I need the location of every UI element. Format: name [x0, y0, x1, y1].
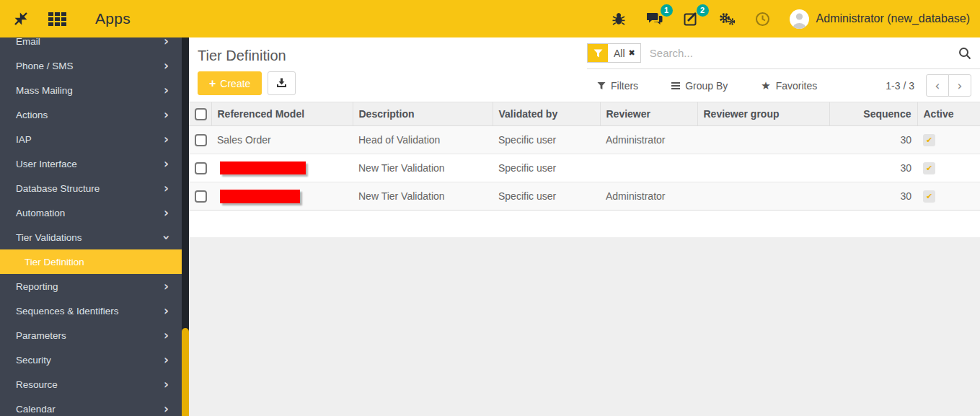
- cell-validated-by: Specific user: [493, 126, 600, 154]
- row-checkbox[interactable]: [195, 134, 207, 146]
- cell-reviewer: Administrator: [600, 182, 697, 211]
- tier-definition-table: Referenced Model Description Validated b…: [189, 102, 980, 211]
- sidebar-item-user-interface[interactable]: User Interface›: [0, 151, 182, 176]
- sidebar-item-database-structure[interactable]: Database Structure›: [0, 176, 182, 200]
- filter-funnel-icon: [588, 44, 608, 62]
- sidebar-item-parameters[interactable]: Parameters›: [0, 323, 182, 348]
- sidebar-item-resource[interactable]: Resource›: [0, 372, 182, 397]
- pager-range: 1-3 / 3: [886, 80, 914, 92]
- cell-reviewer: Administrator: [600, 126, 697, 154]
- sidebar-scrollbar-track[interactable]: [182, 37, 189, 416]
- cell-description: New Tier Validation: [353, 182, 493, 211]
- chevron-right-icon: ›: [164, 158, 169, 170]
- redacted-value: [220, 161, 306, 174]
- column-validated-by[interactable]: Validated by: [493, 102, 600, 126]
- cell-referenced-model: Sales Order: [211, 126, 353, 154]
- user-menu[interactable]: Administrator (new_database): [816, 12, 970, 25]
- recent-history-clock-icon[interactable]: [754, 9, 772, 28]
- cell-sequence: 30: [829, 182, 917, 211]
- search-facet[interactable]: All ✖: [587, 43, 641, 63]
- cell-description: New Tier Validation: [353, 154, 493, 182]
- pager-next-button[interactable]: ›: [948, 74, 971, 97]
- activities-badge: 2: [697, 4, 709, 17]
- settings-gears-icon[interactable]: [718, 9, 736, 28]
- cell-validated-by: Specific user: [493, 154, 600, 182]
- chevron-right-icon: ›: [164, 379, 169, 391]
- column-referenced-model[interactable]: Referenced Model: [211, 102, 353, 126]
- chevron-right-icon: ›: [164, 329, 169, 342]
- column-active[interactable]: Active: [917, 102, 980, 126]
- search-icon[interactable]: [958, 47, 971, 60]
- sidebar-item-tier-validations[interactable]: Tier Validations›: [0, 225, 182, 249]
- messages-icon[interactable]: 1: [645, 9, 664, 28]
- cell-sequence: 30: [829, 126, 917, 154]
- debug-bug-icon[interactable]: [609, 9, 628, 28]
- user-avatar[interactable]: [790, 9, 809, 29]
- sidebar-item-email[interactable]: Email›: [0, 37, 182, 53]
- cell-referenced-model: [211, 182, 353, 211]
- table-row[interactable]: New Tier Validation Specific user 30 ✔: [189, 154, 980, 182]
- sidebar-item-automation[interactable]: Automation›: [0, 200, 182, 225]
- cell-sequence: 30: [829, 154, 917, 182]
- sidebar-item-calendar[interactable]: Calendar›: [0, 397, 182, 416]
- chevron-right-icon: ›: [164, 354, 169, 366]
- apps-grid-icon[interactable]: [48, 9, 66, 28]
- plus-icon: +: [209, 77, 216, 90]
- cell-reviewer-group: [697, 154, 829, 182]
- messages-badge: 1: [661, 4, 673, 17]
- table-row[interactable]: Sales Order Head of Validation Specific …: [189, 126, 980, 154]
- page-title: Tier Definition: [198, 48, 587, 64]
- cell-reviewer: [600, 154, 697, 182]
- activities-icon[interactable]: 2: [681, 9, 700, 28]
- table-header-row: Referenced Model Description Validated b…: [189, 102, 980, 126]
- content-area: Tier Definition + Create: [189, 37, 980, 416]
- chevron-right-icon: ›: [164, 37, 169, 48]
- sidebar-item-security[interactable]: Security›: [0, 348, 182, 372]
- chevron-right-icon: ›: [164, 280, 169, 293]
- download-icon: [276, 78, 287, 89]
- column-sequence[interactable]: Sequence: [829, 102, 917, 126]
- sidebar-item-iap[interactable]: IAP›: [0, 127, 182, 151]
- sidebar-item-reporting[interactable]: Reporting›: [0, 274, 182, 298]
- table-empty-area: [189, 211, 980, 237]
- sidebar-item-tier-definition[interactable]: Tier Definition: [0, 249, 182, 274]
- column-reviewer[interactable]: Reviewer: [600, 102, 697, 126]
- star-icon: ★: [761, 79, 770, 92]
- row-checkbox[interactable]: [195, 162, 207, 174]
- pager-previous-button[interactable]: ‹: [926, 74, 949, 97]
- search-input[interactable]: [641, 47, 958, 59]
- sidebar-item-sequences-identifiers[interactable]: Sequences & Identifiers›: [0, 298, 182, 323]
- sidebar-item-mass-mailing[interactable]: Mass Mailing›: [0, 78, 182, 102]
- group-by-menu[interactable]: Group By: [671, 80, 728, 92]
- cell-reviewer-group: [697, 182, 829, 211]
- export-button[interactable]: [268, 71, 296, 95]
- column-reviewer-group[interactable]: Reviewer group: [697, 102, 829, 126]
- table-row[interactable]: New Tier Validation Specific user Admini…: [189, 182, 980, 211]
- chevron-right-icon: ›: [164, 109, 169, 121]
- filters-toolbar: Filters Group By ★ Favorites 1-3 / 3 ‹ ›: [587, 69, 980, 102]
- favorites-menu[interactable]: ★ Favorites: [761, 79, 817, 92]
- sidebar-scrollbar-thumb[interactable]: [182, 328, 189, 416]
- redacted-value: [220, 190, 300, 203]
- cell-referenced-model: [211, 154, 353, 182]
- control-panel: Tier Definition + Create: [189, 37, 980, 102]
- row-checkbox[interactable]: [195, 190, 207, 203]
- sidebar-item-phone-sms[interactable]: Phone / SMS›: [0, 53, 182, 78]
- search-bar: All ✖: [587, 37, 980, 69]
- chevron-right-icon: ›: [164, 207, 169, 219]
- cell-reviewer-group: [697, 126, 829, 154]
- column-description[interactable]: Description: [353, 102, 493, 126]
- facet-remove-icon[interactable]: ✖: [629, 48, 640, 58]
- chevron-right-icon: ›: [164, 182, 169, 195]
- filters-menu[interactable]: Filters: [597, 80, 638, 92]
- select-all-checkbox[interactable]: [195, 108, 207, 120]
- cell-validated-by: Specific user: [493, 182, 600, 211]
- group-by-icon: [671, 82, 680, 89]
- sidebar: Email› Phone / SMS› Mass Mailing› Action…: [0, 37, 189, 416]
- sidebar-item-actions[interactable]: Actions›: [0, 102, 182, 127]
- chevron-right-icon: ›: [164, 133, 169, 146]
- create-button[interactable]: + Create: [198, 71, 262, 95]
- app-title: Apps: [95, 10, 131, 27]
- active-checkbox: ✔: [923, 134, 935, 146]
- collapse-sidebar-icon[interactable]: [12, 9, 30, 28]
